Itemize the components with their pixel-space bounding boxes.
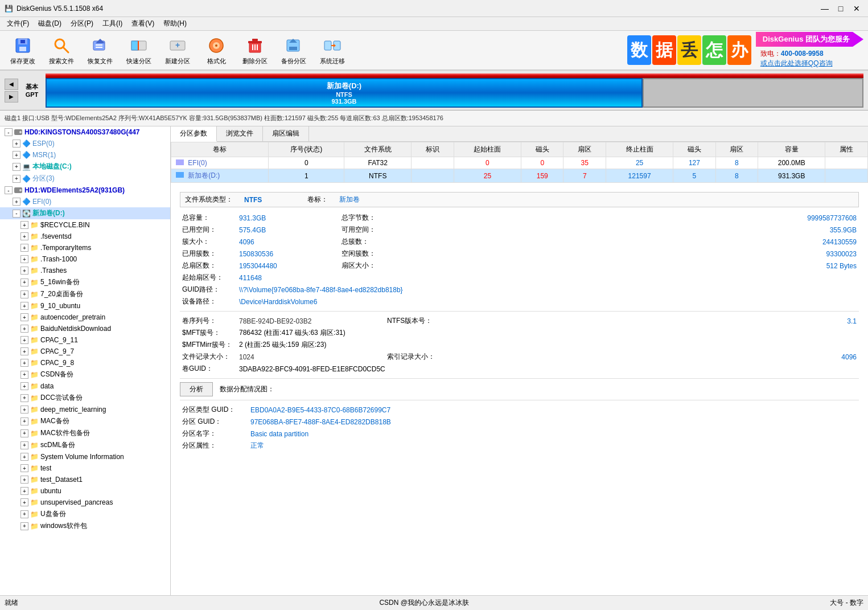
tree-hd1[interactable]: - HD1:WDElements25A2(931GB) (0, 185, 170, 196)
partition-segment-free[interactable] (643, 78, 863, 108)
quick-partition-button[interactable]: 快速分区 (121, 32, 157, 68)
menu-partition[interactable]: 分区(P) (66, 18, 98, 30)
tree-udisk[interactable]: + 📁 U盘备份 (0, 508, 170, 520)
expand-csdn[interactable]: + (20, 371, 28, 379)
tree-fseventsd[interactable]: + 📁 .fseventsd (0, 231, 170, 242)
expand-recycle[interactable]: + (20, 221, 28, 229)
tree-mac[interactable]: + 📁 MAC备份 (0, 415, 170, 427)
expand-7desktop[interactable]: + (20, 290, 28, 298)
tree-cpac97[interactable]: + 📁 CPAC_9_7 (0, 346, 170, 357)
tree-test[interactable]: + 📁 test (0, 462, 170, 474)
expand-5win[interactable]: + (20, 279, 28, 286)
tree-esp0[interactable]: + 🔷 ESP(0) (0, 138, 170, 149)
expand-cpac98[interactable]: + (20, 359, 28, 367)
recover-button[interactable]: 恢复文件 (82, 32, 118, 68)
new-partition-button[interactable]: + 新建分区 (159, 32, 196, 68)
tab-browse-files[interactable]: 浏览文件 (217, 126, 263, 141)
tree-new-vol-d[interactable]: - 💽 新加卷(D:) (0, 207, 170, 219)
expand-trashes[interactable]: + (20, 267, 28, 275)
tree-local-c[interactable]: + 💻 本地磁盘(C:) (0, 161, 170, 173)
menu-file[interactable]: 文件(F) (2, 18, 34, 30)
tree-cpac98[interactable]: + 📁 CPAC_9_8 (0, 357, 170, 369)
tree-dcc[interactable]: + 📁 DCC尝试备份 (0, 392, 170, 404)
expand-hd0[interactable]: - (5, 128, 13, 136)
expand-autoencoder[interactable]: + (20, 313, 28, 321)
minimize-button[interactable]: — (818, 3, 832, 14)
qq-link[interactable]: 或点击此处选择QQ咨询 (760, 59, 833, 68)
expand-msr1[interactable]: + (13, 151, 20, 159)
tree-scdml[interactable]: + 📁 scDML备份 (0, 439, 170, 451)
tree-9ubuntu[interactable]: + 📁 9_10_ubuntu (0, 300, 170, 312)
menu-help[interactable]: 帮助(H) (159, 18, 191, 30)
tree-test-dataset1[interactable]: + 📁 test_Dataset1 (0, 474, 170, 485)
tree-tempitems[interactable]: + 📁 .TemporaryItems (0, 242, 170, 253)
tree-sysvolinfo[interactable]: + 📁 System Volume Information (0, 451, 170, 462)
table-row[interactable]: EFI(0) 0 FAT32 0 0 35 25 127 8 200.0MB (171, 157, 868, 169)
expand-new-vol-d[interactable]: - (13, 210, 20, 218)
expand-local-c[interactable]: + (13, 163, 20, 171)
tree-deepmetric[interactable]: + 📁 deep_metric_learning (0, 404, 170, 415)
expand-dcc[interactable]: + (20, 394, 28, 402)
save-button[interactable]: 保存更改 (5, 32, 41, 68)
quick-partition-icon (129, 35, 149, 56)
backup-partition-button[interactable]: 备份分区 (275, 32, 312, 68)
expand-data[interactable]: + (20, 382, 28, 390)
tree-ubuntu[interactable]: + 📁 ubuntu (0, 485, 170, 497)
menu-view[interactable]: 查看(V) (127, 18, 159, 30)
expand-sysvolinfo[interactable]: + (20, 453, 28, 461)
menu-tools[interactable]: 工具(I) (98, 18, 127, 30)
format-button[interactable]: 格式化 (198, 32, 235, 68)
tree-autoencoder[interactable]: + 📁 autoencoder_pretrain (0, 312, 170, 323)
expand-9ubuntu[interactable]: + (20, 302, 28, 310)
migrate-button[interactable]: 系统迁移 (314, 32, 351, 68)
menu-disk[interactable]: 磁盘(D) (34, 18, 66, 30)
expand-test-dataset1[interactable]: + (20, 476, 28, 484)
expand-tempitems[interactable]: + (20, 244, 28, 252)
table-row[interactable]: 新加卷(D:) 1 NTFS 25 159 7 121597 5 8 931.3… (171, 169, 868, 183)
expand-efi0[interactable]: + (13, 198, 20, 206)
delete-partition-button[interactable]: 删除分区 (237, 32, 273, 68)
tree-cpac11[interactable]: + 📁 CPAC_9_11 (0, 334, 170, 346)
expand-cpac11[interactable]: + (20, 336, 28, 344)
tree-baidu[interactable]: + 📁 BaiduNetdiskDownload (0, 323, 170, 334)
nav-right-button[interactable]: ▶ (5, 91, 18, 103)
tree-recycle[interactable]: + 📁 $RECYCLE.BIN (0, 219, 170, 231)
close-button[interactable]: ✕ (850, 3, 863, 14)
tree-efi0[interactable]: + 🔷 EFI(0) (0, 196, 170, 207)
tree-csdn[interactable]: + 📁 CSDN备份 (0, 369, 170, 380)
maximize-button[interactable]: □ (834, 3, 848, 14)
expand-fseventsd[interactable]: + (20, 232, 28, 240)
search-file-button[interactable]: 搜索文件 (43, 32, 80, 68)
expand-trash1000[interactable]: + (20, 255, 28, 263)
expand-hd1[interactable]: - (5, 186, 13, 194)
expand-esp0[interactable]: + (13, 140, 20, 148)
nav-left-button[interactable]: ◀ (5, 79, 18, 90)
tree-hd0[interactable]: - HD0:KINGSTONSA400S37480G(447 (0, 126, 170, 138)
tree-trashes[interactable]: + 📁 .Trashes (0, 265, 170, 276)
expand-udisk[interactable]: + (20, 510, 28, 518)
expand-part3[interactable]: + (13, 175, 20, 183)
expand-winsoftware[interactable]: + (20, 522, 28, 530)
expand-unsupervised[interactable]: + (20, 498, 28, 506)
tab-sector-edit[interactable]: 扇区编辑 (263, 126, 309, 141)
expand-cpac97[interactable]: + (20, 347, 28, 355)
expand-ubuntu[interactable]: + (20, 487, 28, 495)
expand-macsoftware[interactable]: + (20, 429, 28, 437)
tree-winsoftware[interactable]: + 📁 windows软件包 (0, 520, 170, 532)
expand-mac[interactable]: + (20, 417, 28, 425)
expand-test[interactable]: + (20, 464, 28, 472)
tree-macsoftware[interactable]: + 📁 MAC软件包备份 (0, 427, 170, 439)
expand-deepmetric[interactable]: + (20, 406, 28, 414)
tree-unsupervised[interactable]: + 📁 unsupervised_pancreas (0, 497, 170, 508)
tree-part3[interactable]: + 🔷 分区(3) (0, 173, 170, 185)
tree-7desktop[interactable]: + 📁 7_20桌面备份 (0, 288, 170, 300)
analyze-button[interactable]: 分析 (180, 382, 213, 396)
partition-segment-d[interactable]: 新加卷(D:) NTFS 931.3GB (46, 78, 643, 108)
expand-scdml[interactable]: + (20, 441, 28, 449)
tree-data[interactable]: + 📁 data (0, 380, 170, 392)
expand-baidu[interactable]: + (20, 325, 28, 333)
tree-5win[interactable]: + 📁 5_16win备份 (0, 276, 170, 288)
tab-partition-params[interactable]: 分区参数 (171, 126, 217, 142)
tree-msr1[interactable]: + 🔷 MSR(1) (0, 149, 170, 161)
tree-trash1000[interactable]: + 📁 .Trash-1000 (0, 253, 170, 265)
